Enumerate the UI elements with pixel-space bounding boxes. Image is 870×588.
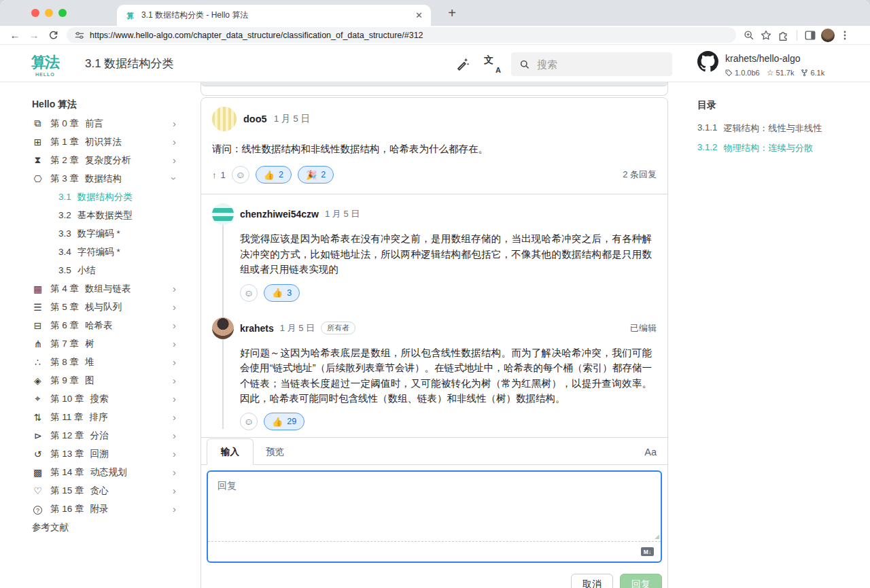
- sidebar-item-3-3[interactable]: 3.3数字编码 *: [32, 224, 176, 243]
- profile-avatar[interactable]: [821, 29, 835, 42]
- site-favicon: 算: [125, 10, 136, 21]
- comment-date: 1 月 5 日: [274, 113, 310, 125]
- tab-write[interactable]: 输入: [207, 438, 254, 465]
- previous-card-sliver: [201, 82, 668, 96]
- divide-conquer-icon: ⊳: [32, 430, 44, 441]
- browser-toolbar: ← → https://www.hello-algo.com/chapter_d…: [0, 26, 870, 45]
- sidebar-item-ch13[interactable]: ↺第 13 章回溯›: [32, 445, 176, 463]
- add-reaction-button[interactable]: ☺: [240, 413, 258, 430]
- chevron-right-icon: ›: [173, 118, 176, 129]
- add-reaction-button[interactable]: ☺: [232, 166, 249, 184]
- tab-preview[interactable]: 预览: [254, 439, 296, 464]
- menu-kebab-icon[interactable]: [839, 30, 850, 41]
- sidebar-item-3-5[interactable]: 3.5小结: [32, 261, 176, 279]
- sidebar-item-3-1[interactable]: 3.1数据结构分类: [32, 188, 176, 206]
- avatar[interactable]: [212, 107, 237, 131]
- array-icon: ▦: [32, 283, 44, 294]
- sidebar-item-ch3[interactable]: ⎔第 3 章数据结构›: [32, 169, 176, 188]
- sidebar-item-ch15[interactable]: ♡第 15 章贪心›: [32, 481, 176, 500]
- tab-title: 3.1 数据结构分类 - Hello 算法: [141, 10, 408, 21]
- reaction-thumbsup[interactable]: 👍3: [264, 284, 300, 302]
- browser-tab[interactable]: 算 3.1 数据结构分类 - Hello 算法 ✕: [117, 5, 431, 26]
- sidebar-item-ch2[interactable]: ⧗第 2 章复杂度分析›: [32, 151, 176, 169]
- toolbar-divider: [797, 30, 797, 41]
- url-text: https://www.hello-algo.com/chapter_data_…: [90, 31, 423, 40]
- sidebar-item-ch11[interactable]: ⇅第 11 章排序›: [32, 408, 176, 426]
- sidebar-item-ch7[interactable]: ⋔第 7 章树›: [32, 334, 176, 353]
- add-reaction-button[interactable]: ☺: [240, 284, 258, 302]
- repo-stars: ☆ 51.7k: [767, 68, 795, 77]
- search-input[interactable]: [537, 58, 652, 70]
- site-search[interactable]: [511, 52, 672, 76]
- chevron-right-icon: ›: [173, 485, 176, 496]
- sidebar-item-3-2[interactable]: 3.2基本数据类型: [32, 206, 176, 224]
- backtracking-icon: ↺: [32, 449, 44, 460]
- forward-icon[interactable]: →: [24, 29, 44, 41]
- toc-item-3-1-2[interactable]: 3.1.2物理结构：连续与分散: [697, 142, 854, 154]
- extensions-icon[interactable]: [777, 29, 790, 41]
- sidebar-item-ch0[interactable]: ⧉第 0 章前言›: [32, 114, 176, 133]
- cancel-button[interactable]: 取消: [571, 574, 613, 588]
- repo-name: krahets/hello-algo: [725, 51, 824, 64]
- sidebar-item-ch8[interactable]: ∴第 8 章堆›: [32, 353, 176, 371]
- chevron-right-icon: ›: [173, 466, 176, 478]
- comment-author[interactable]: doo5: [243, 114, 267, 124]
- reply-submit-button[interactable]: 回复: [620, 574, 662, 588]
- back-icon[interactable]: ←: [5, 29, 24, 41]
- zoom-icon[interactable]: [743, 29, 755, 41]
- reaction-thumbsup[interactable]: 👍29: [264, 413, 304, 430]
- maximize-window-button[interactable]: [58, 9, 67, 17]
- reaction-thumbsup[interactable]: 👍2: [256, 166, 292, 184]
- reaction-tada[interactable]: 🎉2: [298, 166, 334, 184]
- repo-link[interactable]: krahets/hello-algo 1.0.0b6 ☆ 51.7k 6.1k: [697, 51, 824, 77]
- sidebar-item-ch9[interactable]: ◈第 9 章图›: [32, 371, 176, 390]
- language-switch-icon[interactable]: 文A: [484, 56, 500, 73]
- reload-icon[interactable]: [44, 30, 63, 40]
- search-icon: [519, 59, 530, 70]
- tab-strip: 算 3.1 数据结构分类 - Hello 算法 ✕ +: [0, 0, 870, 26]
- side-panel-icon[interactable]: [804, 29, 816, 41]
- owner-badge: 所有者: [321, 322, 355, 334]
- chevron-right-icon: ›: [173, 411, 176, 423]
- bookmark-star-icon[interactable]: [760, 29, 772, 41]
- text-format-icon[interactable]: Aa: [639, 440, 662, 464]
- sidebar-item-ch12[interactable]: ⊳第 12 章分治›: [32, 426, 176, 445]
- sidebar-item-references[interactable]: 参考文献: [32, 518, 176, 536]
- edited-label: 已编辑: [630, 322, 657, 334]
- reply-author[interactable]: chenzhiwei54czw: [240, 209, 319, 220]
- chevron-right-icon: ›: [173, 283, 176, 294]
- sidebar-item-3-4[interactable]: 3.4字符编码 *: [32, 243, 176, 261]
- new-tab-button[interactable]: +: [443, 4, 461, 22]
- chevron-right-icon: ›: [173, 393, 176, 404]
- markdown-icon[interactable]: M↓: [641, 547, 654, 556]
- avatar[interactable]: [212, 317, 234, 339]
- chevron-right-icon: ›: [173, 503, 176, 515]
- sidebar-item-ch14[interactable]: ▩第 14 章动态规划›: [32, 463, 176, 481]
- sidebar-item-ch16[interactable]: ?第 16 章附录›: [32, 500, 176, 518]
- sidebar-item-ch5[interactable]: ☰第 5 章栈与队列›: [32, 298, 176, 316]
- sidebar-item-ch10[interactable]: ⌖第 10 章搜索›: [32, 390, 176, 408]
- upvote-button[interactable]: ↑1: [212, 170, 226, 180]
- sidebar-item-ch4[interactable]: ▦第 4 章数组与链表›: [32, 279, 176, 298]
- repo-version: 1.0.0b6: [725, 69, 760, 77]
- avatar[interactable]: [212, 203, 234, 225]
- chevron-right-icon: ›: [173, 319, 176, 331]
- toc-item-3-1-1[interactable]: 3.1.1逻辑结构：线性与非线性: [697, 122, 854, 135]
- stack-icon: ☰: [32, 302, 44, 313]
- resize-grip-icon[interactable]: ◢: [655, 533, 659, 540]
- minimize-window-button[interactable]: [45, 9, 53, 17]
- reply-textarea[interactable]: [208, 472, 661, 541]
- sidebar-item-ch1[interactable]: ⊞第 1 章初识算法›: [32, 133, 176, 151]
- sidebar-item-ch6[interactable]: ⊟第 6 章哈希表›: [32, 316, 176, 334]
- chevron-right-icon: ›: [173, 356, 176, 368]
- theme-toggle-icon[interactable]: [454, 56, 470, 72]
- site-header: 算法HELLO 3.1 数据结构分类 文A krahets/hello-algo…: [0, 46, 870, 82]
- url-bar[interactable]: https://www.hello-algo.com/chapter_data_…: [67, 27, 736, 43]
- hello-algo-logo[interactable]: 算法HELLO: [31, 52, 73, 77]
- tab-close-icon[interactable]: ✕: [415, 10, 423, 20]
- close-window-button[interactable]: [31, 9, 39, 17]
- chevron-right-icon: ›: [173, 338, 176, 349]
- reply-date: 1 月 5 日: [325, 208, 360, 220]
- reply-author[interactable]: krahets: [240, 323, 274, 334]
- site-settings-icon[interactable]: [75, 31, 84, 40]
